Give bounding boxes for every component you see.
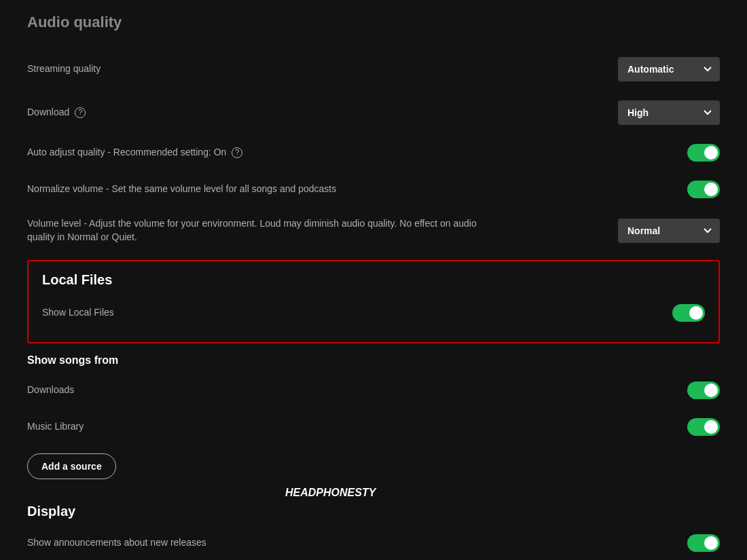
volume-level-label: Volume level - Adjust the volume for you… (27, 217, 489, 244)
auto-adjust-toggle[interactable] (687, 144, 720, 162)
download-info-icon[interactable]: ? (75, 107, 86, 118)
auto-adjust-label: Auto adjust quality - Recommended settin… (27, 146, 242, 160)
show-local-files-slider (672, 304, 705, 322)
normalize-volume-row: Normalize volume - Set the same volume l… (27, 171, 720, 208)
auto-adjust-slider (687, 144, 720, 162)
show-announcements-row: Show announcements about new releases (27, 525, 720, 560)
show-songs-from-title: Show songs from (27, 354, 720, 367)
normalize-volume-label: Normalize volume - Set the same volume l… (27, 183, 336, 196)
watermark: HEADPHONESTY (285, 487, 376, 499)
show-announcements-slider (687, 534, 720, 552)
volume-level-dropdown[interactable]: Quiet Normal Loud (618, 219, 720, 243)
show-local-files-toggle[interactable] (672, 304, 705, 322)
auto-adjust-row: Auto adjust quality - Recommended settin… (27, 134, 720, 171)
downloads-label: Downloads (27, 384, 74, 397)
add-source-button[interactable]: Add a source (27, 453, 116, 479)
downloads-slider (687, 381, 720, 399)
download-quality-dropdown[interactable]: Low Normal High Very High (618, 100, 720, 125)
auto-adjust-info-icon[interactable]: ? (232, 147, 242, 158)
show-local-files-row: Show Local Files (42, 295, 705, 331)
streaming-quality-row: Streaming quality Automatic Low Normal H… (27, 48, 720, 91)
downloads-row: Downloads (27, 372, 720, 409)
streaming-quality-dropdown[interactable]: Automatic Low Normal High Very High (618, 57, 720, 81)
music-library-row: Music Library (27, 409, 720, 445)
download-row: Download ? Low Normal High Very High (27, 91, 720, 134)
music-library-label: Music Library (27, 420, 84, 434)
display-title: Display (27, 504, 720, 519)
audio-quality-title: Audio quality (27, 14, 720, 31)
show-local-files-label: Show Local Files (42, 306, 114, 320)
volume-level-row: Volume level - Adjust the volume for you… (27, 208, 720, 253)
downloads-toggle[interactable] (687, 381, 720, 399)
normalize-volume-slider (687, 181, 720, 198)
music-library-toggle[interactable] (687, 418, 720, 436)
streaming-quality-label: Streaming quality (27, 62, 101, 76)
local-files-title: Local Files (42, 272, 705, 288)
local-files-section: Local Files Show Local Files (27, 260, 720, 343)
show-announcements-label: Show announcements about new releases (27, 536, 206, 550)
music-library-slider (687, 418, 720, 436)
download-label: Download ? (27, 106, 86, 119)
normalize-volume-toggle[interactable] (687, 181, 720, 198)
settings-container: Audio quality Streaming quality Automati… (0, 0, 747, 560)
show-announcements-toggle[interactable] (687, 534, 720, 552)
